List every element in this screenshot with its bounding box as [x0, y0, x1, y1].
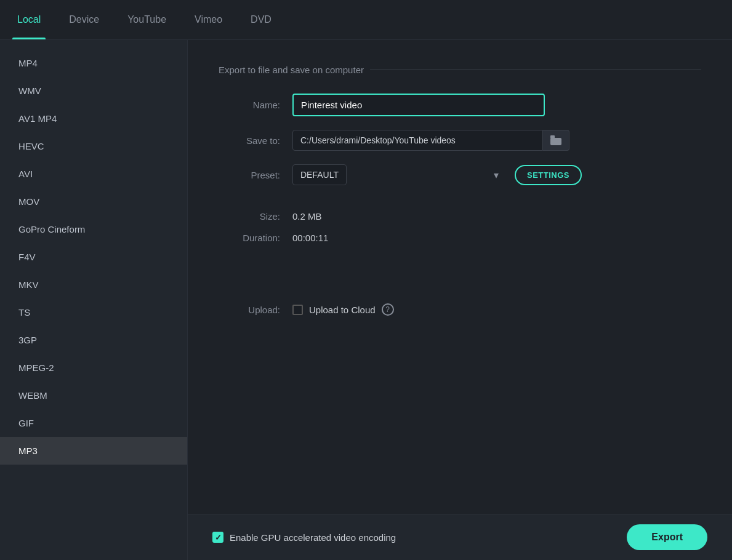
upload-label: Upload:	[219, 305, 280, 315]
tab-vimeo[interactable]: Vimeo	[190, 0, 227, 39]
format-sidebar: MP4 WMV AV1 MP4 HEVC AVI MOV GoPro Cinef…	[0, 40, 188, 560]
duration-label: Duration:	[219, 233, 280, 243]
help-icon[interactable]: ?	[382, 303, 394, 316]
browse-folder-button[interactable]	[543, 130, 569, 151]
save-to-label: Save to:	[219, 135, 280, 146]
size-row: Size: 0.2 MB	[219, 211, 701, 222]
svg-rect-0	[550, 138, 561, 145]
sidebar-item-wmv[interactable]: WMV	[0, 77, 187, 105]
preset-wrapper: DEFAULT Custom SETTINGS	[292, 164, 582, 185]
name-row: Name:	[219, 94, 701, 116]
svg-rect-1	[550, 135, 555, 138]
duration-value: 00:00:11	[292, 233, 328, 243]
section-title: Export to file and save on computer	[219, 65, 701, 75]
tab-dvd[interactable]: DVD	[246, 0, 276, 39]
size-label: Size:	[219, 211, 280, 222]
upload-to-cloud-checkbox[interactable]	[292, 305, 303, 315]
tab-youtube[interactable]: YouTube	[123, 0, 171, 39]
sidebar-item-gopro[interactable]: GoPro Cineform	[0, 215, 187, 243]
info-section: Size: 0.2 MB Duration: 00:00:11	[219, 211, 701, 254]
preset-label: Preset:	[219, 170, 280, 180]
save-to-wrapper	[292, 130, 569, 151]
upload-to-cloud-label: Upload to Cloud	[309, 305, 376, 315]
settings-button[interactable]: SETTINGS	[515, 165, 582, 185]
sidebar-item-webm[interactable]: WEBM	[0, 382, 187, 409]
preset-select[interactable]: DEFAULT Custom	[292, 164, 347, 185]
gpu-label: Enable GPU accelerated video encoding	[230, 532, 396, 543]
upload-control: Upload to Cloud ?	[292, 303, 394, 316]
sidebar-item-avi[interactable]: AVI	[0, 160, 187, 188]
main-layout: MP4 WMV AV1 MP4 HEVC AVI MOV GoPro Cinef…	[0, 40, 732, 560]
top-navigation: Local Device YouTube Vimeo DVD	[0, 0, 732, 40]
gpu-checkbox-area: ✓ Enable GPU accelerated video encoding	[212, 532, 396, 543]
sidebar-item-mpeg2[interactable]: MPEG-2	[0, 354, 187, 382]
sidebar-item-gif[interactable]: GIF	[0, 409, 187, 437]
bottom-bar: ✓ Enable GPU accelerated video encoding …	[188, 514, 732, 560]
content-area: Export to file and save on computer Name…	[188, 40, 732, 560]
name-control	[292, 94, 701, 116]
tab-device[interactable]: Device	[64, 0, 104, 39]
tab-local[interactable]: Local	[12, 0, 46, 39]
name-label: Name:	[219, 100, 280, 110]
sidebar-item-hevc[interactable]: HEVC	[0, 132, 187, 160]
duration-row: Duration: 00:00:11	[219, 233, 701, 243]
save-to-row: Save to:	[219, 130, 701, 151]
checkmark-icon: ✓	[215, 533, 222, 542]
name-input[interactable]	[292, 94, 545, 116]
sidebar-item-mp3[interactable]: MP3	[0, 437, 187, 465]
sidebar-item-mov[interactable]: MOV	[0, 188, 187, 215]
sidebar-item-f4v[interactable]: F4V	[0, 243, 187, 271]
upload-row: Upload: Upload to Cloud ?	[219, 303, 701, 316]
sidebar-item-mp4[interactable]: MP4	[0, 49, 187, 77]
sidebar-item-ts[interactable]: TS	[0, 298, 187, 326]
size-value: 0.2 MB	[292, 211, 322, 222]
sidebar-item-av1mp4[interactable]: AV1 MP4	[0, 105, 187, 132]
preset-row: Preset: DEFAULT Custom SETTINGS	[219, 164, 701, 185]
sidebar-item-3gp[interactable]: 3GP	[0, 326, 187, 354]
preset-control: DEFAULT Custom SETTINGS	[292, 164, 701, 185]
export-button[interactable]: Export	[627, 524, 707, 550]
save-to-input[interactable]	[292, 130, 543, 151]
save-to-control	[292, 130, 701, 151]
sidebar-item-mkv[interactable]: MKV	[0, 271, 187, 298]
gpu-checkbox[interactable]: ✓	[212, 532, 223, 543]
preset-select-wrapper: DEFAULT Custom	[292, 164, 505, 185]
